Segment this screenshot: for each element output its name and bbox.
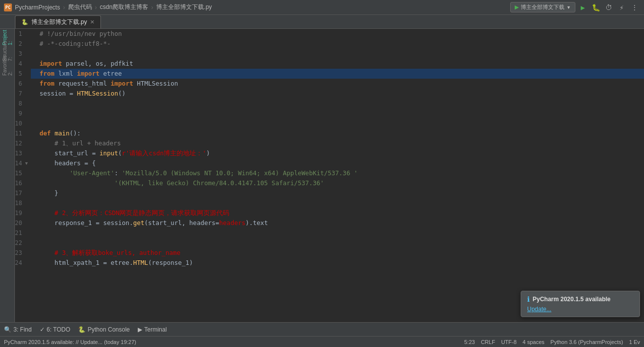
code-line-14[interactable]: headers = { [31, 158, 644, 168]
terminal-tool[interactable]: ▶ Terminal [138, 326, 167, 333]
code-line-17[interactable]: } [31, 188, 644, 198]
code-line-15[interactable]: 'User-Agent': 'Mozilla/5.0 (Windows NT 1… [31, 168, 644, 178]
code-line-2[interactable]: # -*-coding:utf8-*- [31, 39, 644, 49]
breadcrumb3[interactable]: 博主全部博文下载.py [156, 3, 212, 11]
notification-header: ℹ PyCharm 2020.1.5 available [527, 295, 634, 303]
cursor-position: 5:23 [464, 339, 475, 345]
code-area[interactable]: 1 2 3 4 5 6 7 8 9 10 11 12 13 14 15 16 1… [15, 29, 644, 322]
breadcrumb1[interactable]: 爬虫代码 [68, 3, 92, 11]
main-layout: 1: Project 7: Structure 2: Favorites 1 2… [0, 29, 644, 322]
search-icon: 🔍 [4, 326, 11, 333]
app-logo: PC [4, 3, 12, 11]
title-bar-right: ▶ 博主全部博文下载 ▼ ▶ 🐛 ⏱ ⚡ ⋮ [510, 2, 640, 13]
tab-label: 博主全部博文下载.py [31, 18, 87, 26]
line-numbers: 1 2 3 4 5 6 7 8 9 10 11 12 13 14 15 16 1… [15, 29, 25, 322]
run-config-selector[interactable]: ▶ 博主全部博文下载 ▼ [510, 2, 575, 12]
code-line-19[interactable]: # 2、分析网页：CSDN网页是静态网页，请求获取网页源代码 [31, 208, 644, 218]
python-console-label: Python Console [88, 326, 130, 333]
more-button[interactable]: ⋮ [629, 2, 640, 13]
app-name: PycharmProjects [15, 4, 60, 11]
line-separator: CRLF [481, 339, 495, 345]
fold-gutter: ▼ [25, 29, 31, 322]
code-line-7[interactable]: session = HTMLSession() [31, 89, 644, 99]
todo-icon: ✓ [40, 326, 45, 333]
notification-update-link[interactable]: Update... [527, 306, 552, 313]
tab-bar: 🐍 博主全部博文下载.py ✕ [0, 15, 644, 29]
code-line-1[interactable]: # !/usr/bin/nev python [31, 29, 644, 39]
code-line-18[interactable] [31, 198, 644, 208]
code-line-5[interactable]: from lxml import etree [31, 69, 644, 79]
code-line-11[interactable]: def main(): [31, 128, 644, 138]
sidebar-item-favorites[interactable]: 2: Favorites [1, 59, 14, 72]
run-config-label: 博主全部博文下载 [521, 3, 564, 11]
code-line-22[interactable] [31, 238, 644, 248]
status-bar: PyCharm 2020.1.5 available: // Update...… [0, 336, 644, 347]
info-icon: ℹ [527, 295, 530, 303]
encoding: UTF-8 [501, 339, 517, 345]
find-label: 3: Find [13, 326, 32, 333]
terminal-icon: ▶ [138, 326, 142, 333]
title-bar: PC PycharmProjects › 爬虫代码 › csdn爬取博主博客 ›… [0, 0, 644, 15]
debug-button[interactable]: 🐛 [590, 2, 601, 13]
status-right: 5:23 CRLF UTF-8 4 spaces Python 3.6 (Pyc… [464, 339, 641, 345]
code-line-4[interactable]: import parsel, os, pdfkit [31, 59, 644, 69]
code-line-8[interactable] [31, 99, 644, 109]
code-line-10[interactable] [31, 118, 644, 128]
event-count: 1 Ev [629, 339, 640, 345]
bottom-toolbar: 🔍 3: Find ✓ 6: TODO 🐍 Python Console ▶ T… [0, 322, 644, 336]
indent-info: 4 spaces [523, 339, 545, 345]
code-line-6[interactable]: from requests_html import HTMLSession [31, 79, 644, 89]
code-line-12[interactable]: # 1、url + headers [31, 138, 644, 148]
code-line-20[interactable]: response_1 = session.get(start_url, head… [31, 218, 644, 228]
code-line-13[interactable]: start_url = input(r'请输入csdn博主的地址：') [31, 148, 644, 158]
run-config-icon: ▶ [515, 4, 519, 10]
terminal-label: Terminal [144, 326, 167, 333]
coverage-button[interactable]: ⏱ [603, 2, 614, 13]
todo-tool[interactable]: ✓ 6: TODO [40, 326, 71, 333]
code-line-21[interactable] [31, 228, 644, 238]
profile-button[interactable]: ⚡ [616, 2, 627, 13]
code-editor[interactable]: # !/usr/bin/nev python # -*-coding:utf8-… [31, 29, 644, 322]
code-line-3[interactable] [31, 49, 644, 59]
breadcrumb2[interactable]: csdn爬取博主博客 [100, 3, 148, 11]
status-left: PyCharm 2020.1.5 available: // Update...… [4, 339, 459, 345]
notification-title: PyCharm 2020.1.5 available [533, 296, 611, 303]
run-config-dropdown-icon: ▼ [566, 5, 571, 10]
code-line-23[interactable]: # 3、解析获取boke_urls, author_name [31, 248, 644, 258]
python-icon: 🐍 [78, 326, 86, 333]
code-content[interactable]: 1 2 3 4 5 6 7 8 9 10 11 12 13 14 15 16 1… [15, 29, 644, 322]
tab-py-icon: 🐍 [21, 19, 28, 25]
code-line-24[interactable]: html_xpath_1 = etree.HTML(response_1) [31, 258, 644, 268]
code-line-9[interactable] [31, 109, 644, 118]
notification-popup: ℹ PyCharm 2020.1.5 available Update... [521, 291, 640, 317]
code-line-16[interactable]: '(KHTML, like Gecko) Chrome/84.0.4147.10… [31, 178, 644, 188]
find-tool[interactable]: 🔍 3: Find [4, 326, 32, 333]
python-version: Python 3.6 (PycharmProjects) [551, 339, 623, 345]
todo-label: 6: TODO [47, 326, 71, 333]
python-console-tool[interactable]: 🐍 Python Console [78, 326, 130, 333]
fold-14[interactable]: ▼ [25, 158, 31, 168]
run-button[interactable]: ▶ [577, 2, 588, 13]
tab-main-file[interactable]: 🐍 博主全部博文下载.py ✕ [15, 15, 101, 28]
sidebar: 1: Project 7: Structure 2: Favorites [0, 29, 15, 322]
tab-close-icon[interactable]: ✕ [90, 19, 94, 25]
title-bar-left: PC PycharmProjects › 爬虫代码 › csdn爬取博主博客 ›… [4, 3, 506, 11]
status-bottom-text: PyCharm 2020.1.5 available: // Update...… [4, 339, 136, 345]
